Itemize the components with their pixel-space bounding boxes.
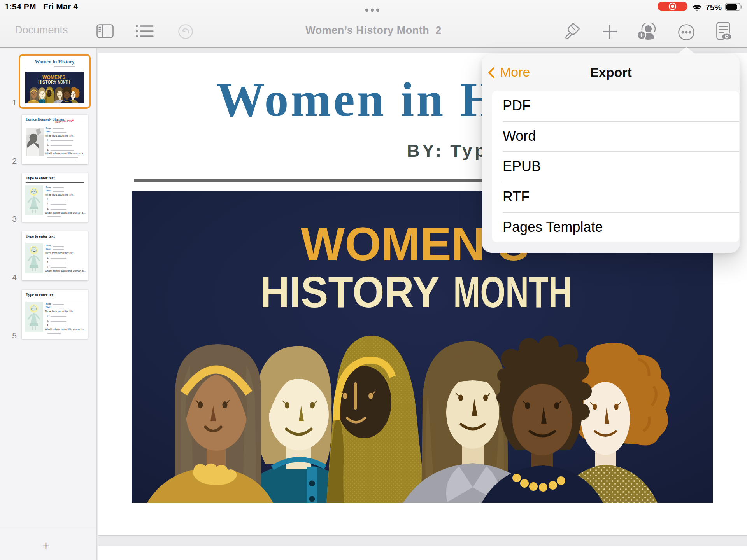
svg-text:75%: 75% bbox=[705, 3, 722, 12]
